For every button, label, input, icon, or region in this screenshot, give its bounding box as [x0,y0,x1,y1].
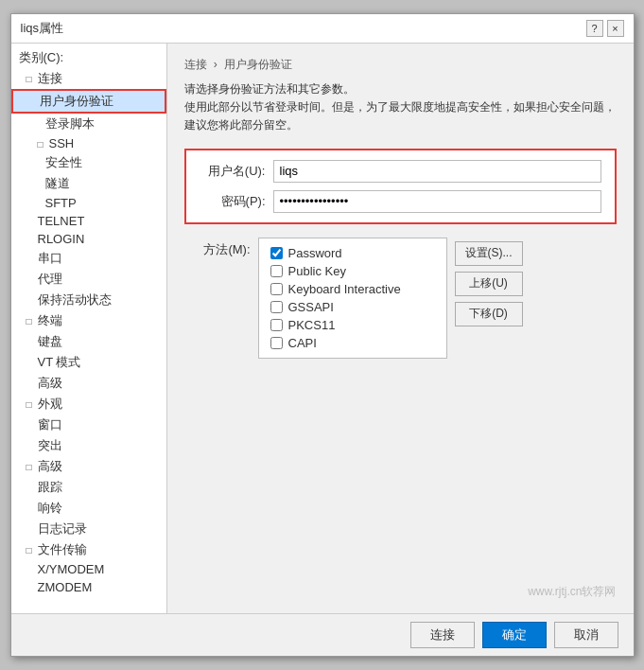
method-capi-label: CAPI [288,336,317,350]
sidebar-item-security[interactable]: 安全性 [11,152,166,173]
method-public-key-label: Public Key [288,264,346,278]
dialog-body: 类别(C): □ 连接 用户身份验证 登录脚本 □ SSH 安全性 隧道 [11,44,634,613]
method-side-buttons: 设置(S)... 上移(U) 下移(D) [455,238,523,326]
breadcrumb: 连接 › 用户身份验证 [184,57,617,73]
help-button[interactable]: ? [586,20,603,37]
expand-icon-ssh: □ [38,139,49,150]
method-pkcs11[interactable]: PKCS11 [270,318,435,332]
methods-section: 方法(M): Password Public Key Keyboard Inte… [184,238,617,359]
watermark: www.rjtj.cn软荐网 [184,574,617,600]
sidebar: 类别(C): □ 连接 用户身份验证 登录脚本 □ SSH 安全性 隧道 [11,44,167,613]
method-keyboard-interactive[interactable]: Keyboard Interactive [270,282,435,296]
method-keyboard-interactive-label: Keyboard Interactive [288,282,401,296]
sidebar-item-vt-mode[interactable]: VT 模式 [11,352,166,373]
sidebar-item-keepalive[interactable]: 保持活动状态 [11,290,166,310]
expand-icon-connection: □ [26,74,38,84]
description: 请选择身份验证方法和其它参数。 使用此部分以节省登录时间。但是，为了最大限度地提… [184,80,617,135]
cancel-button[interactable]: 取消 [554,622,618,648]
settings-button[interactable]: 设置(S)... [455,241,523,266]
sidebar-item-file-transfer[interactable]: □ 文件传输 [11,539,166,560]
sidebar-item-appearance[interactable]: □ 外观 [11,394,166,414]
sidebar-item-telnet[interactable]: TELNET [11,212,166,230]
sidebar-item-tunnel[interactable]: 隧道 [11,173,166,194]
sidebar-item-terminal[interactable]: □ 终端 [11,310,166,331]
sidebar-item-highlight[interactable]: 突出 [11,435,166,456]
dialog-title: liqs属性 [21,20,64,37]
main-content: 连接 › 用户身份验证 请选择身份验证方法和其它参数。 使用此部分以节省登录时间… [167,44,634,613]
expand-icon-appearance: □ [26,399,38,410]
expand-icon-file-transfer: □ [26,545,38,555]
method-gssapi[interactable]: GSSAPI [270,300,435,314]
sidebar-item-connection[interactable]: □ 连接 [11,68,166,89]
sidebar-item-advanced[interactable]: 高级 [11,373,166,394]
desc-line1: 请选择身份验证方法和其它参数。 [184,80,617,98]
sidebar-item-sftp[interactable]: SFTP [11,194,166,212]
breadcrumb-part2: 用户身份验证 [224,58,292,71]
close-button[interactable]: × [607,20,624,37]
footer: 连接 确定 取消 [11,613,634,656]
sidebar-item-zmodem[interactable]: ZMODEM [11,578,166,596]
method-gssapi-label: GSSAPI [288,300,334,314]
move-down-button[interactable]: 下移(D) [455,302,523,326]
method-password-checkbox[interactable] [270,247,283,259]
method-keyboard-interactive-checkbox[interactable] [270,283,283,295]
breadcrumb-part1: 连接 [184,58,207,71]
ok-button[interactable]: 确定 [482,622,547,648]
move-up-button[interactable]: 上移(U) [455,272,523,296]
password-input[interactable] [273,190,601,213]
title-bar: liqs属性 ? × [11,14,634,44]
sidebar-item-advanced2[interactable]: □ 高级 [11,456,166,477]
sidebar-item-tracking[interactable]: 跟踪 [11,477,166,498]
password-label: 密码(P): [200,193,266,210]
sidebar-item-rlogin[interactable]: RLOGIN [11,230,166,248]
sidebar-item-user-auth[interactable]: 用户身份验证 [11,89,166,114]
method-label: 方法(M): [184,238,251,258]
method-password-label: Password [288,246,342,260]
title-bar-buttons: ? × [586,20,624,37]
method-pkcs11-checkbox[interactable] [270,319,283,331]
sidebar-item-serial[interactable]: 串口 [11,248,166,269]
method-capi[interactable]: CAPI [270,336,435,350]
connect-button[interactable]: 连接 [410,622,475,648]
username-row: 用户名(U): [200,160,601,183]
password-row: 密码(P): [200,190,601,213]
dialog: liqs属性 ? × 类别(C): □ 连接 用户身份验证 登录脚本 [10,13,635,657]
sidebar-item-xymodem[interactable]: X/YMODEM [11,560,166,578]
methods-box: Password Public Key Keyboard Interactive… [258,238,447,359]
method-pkcs11-label: PKCS11 [288,318,336,332]
sidebar-item-login-script[interactable]: 登录脚本 [11,114,166,134]
sidebar-item-ssh[interactable]: □ SSH [11,134,166,152]
username-input[interactable] [273,160,601,183]
method-password[interactable]: Password [270,246,435,260]
breadcrumb-sep: › [214,58,220,71]
expand-icon-advanced2: □ [26,462,38,472]
username-label: 用户名(U): [200,163,266,180]
sidebar-item-window[interactable]: 窗口 [11,414,166,435]
credentials-box: 用户名(U): 密码(P): [184,149,617,224]
method-public-key[interactable]: Public Key [270,264,435,278]
sidebar-item-keyboard[interactable]: 键盘 [11,331,166,352]
desc-line3: 建议您将此部分留空。 [184,116,617,134]
expand-icon-terminal: □ [26,316,38,326]
desc-line2: 使用此部分以节省登录时间。但是，为了最大限度地提高安全性，如果担心安全问题， [184,98,617,116]
method-capi-checkbox[interactable] [270,337,283,349]
sidebar-item-log[interactable]: 日志记录 [11,519,166,539]
sidebar-item-bell[interactable]: 响铃 [11,498,166,519]
method-public-key-checkbox[interactable] [270,265,283,277]
method-gssapi-checkbox[interactable] [270,301,283,313]
sidebar-item-proxy[interactable]: 代理 [11,269,166,290]
category-label: 类别(C): [11,47,166,68]
